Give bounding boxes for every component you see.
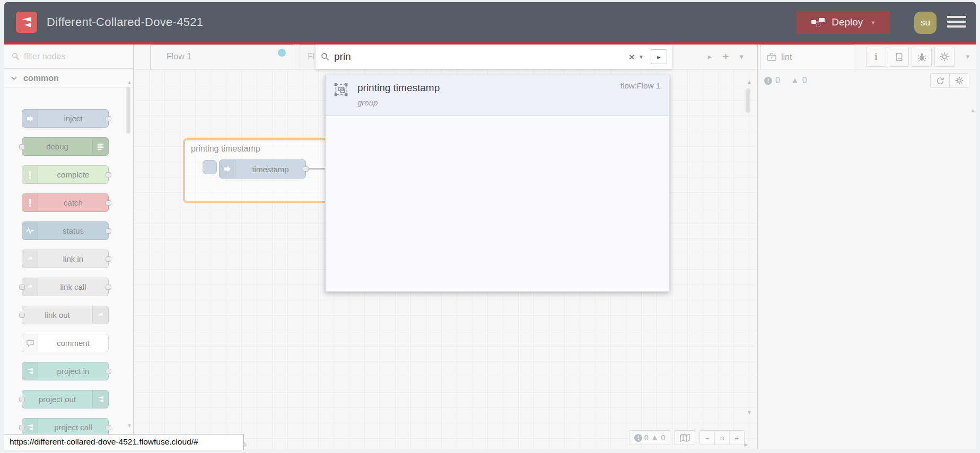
header: Different-Collared-Dove-4521 Deploy ▾ su: [4, 2, 976, 45]
search-result-row[interactable]: printing timestamp group flow:Flow 1: [326, 75, 669, 116]
palette-scroll-up-icon[interactable]: ▴: [128, 78, 131, 86]
sidebar-options-caret[interactable]: ▾: [966, 52, 969, 60]
lint-warning-icon: ▲: [791, 76, 799, 85]
canvas-scroll-down-icon[interactable]: ▾: [748, 408, 751, 416]
search-results-panel: printing timestamp group flow:Flow 1: [325, 75, 669, 292]
palette-node-label: comment: [38, 334, 108, 352]
palette-node-label: project out: [22, 390, 92, 408]
flowfuse-logo-icon: [16, 12, 37, 33]
tab-scroll-right-icon[interactable]: ▸: [708, 52, 712, 61]
deploy-button[interactable]: Deploy ▾: [797, 11, 890, 34]
lint-refresh-button[interactable]: [930, 73, 950, 88]
flow-list-caret[interactable]: ▾: [739, 52, 743, 61]
help-button[interactable]: [889, 47, 909, 67]
lint-scroll-up-icon[interactable]: ▴: [971, 106, 974, 113]
canvas-footer: ! 0 ▲ 0 −: [629, 430, 745, 445]
palette-node-link-out[interactable]: link out: [22, 306, 109, 324]
palette-node-list: injectdebug!complete!catchstatuslink inl…: [4, 88, 133, 437]
add-flow-button[interactable]: +: [722, 50, 729, 63]
filter-nodes-input[interactable]: [24, 52, 109, 61]
project-icon: [22, 362, 38, 380]
palette-node-label: catch: [38, 194, 108, 211]
info-icon: i: [874, 51, 877, 63]
config-button[interactable]: [934, 47, 955, 67]
canvas-vertical-scrollbar[interactable]: [746, 88, 750, 113]
search-options-caret[interactable]: ▾: [640, 53, 643, 60]
result-flow-label: flow:Flow 1: [620, 81, 660, 90]
deploy-options-caret[interactable]: ▾: [871, 19, 875, 26]
inject-node[interactable]: timestamp: [219, 159, 306, 179]
arrow-icon: [22, 110, 38, 127]
input-port: [19, 397, 25, 402]
input-port: [19, 144, 25, 149]
debug-button[interactable]: [912, 47, 932, 67]
sidebar-tab-strip: lint i: [758, 45, 976, 69]
node-red-editor: Different-Collared-Dove-4521 Deploy ▾ su: [0, 0, 980, 453]
comment-icon: [22, 334, 38, 352]
canvas-scroll-right-icon[interactable]: ▸: [744, 440, 748, 448]
search-bar: × ▾ ▸: [316, 45, 672, 69]
map-icon: [680, 434, 690, 442]
chevron-down-icon: [11, 76, 17, 80]
input-port: [19, 313, 25, 318]
unsaved-changes-dot: [278, 49, 286, 57]
palette-node-comment[interactable]: comment: [22, 334, 109, 352]
zoom-out-button[interactable]: −: [700, 431, 714, 445]
palette-node-label: link call: [38, 278, 108, 296]
inject-trigger-button[interactable]: [203, 160, 217, 174]
toolbox-icon: [767, 53, 776, 61]
deploy-label: Deploy: [832, 16, 863, 28]
gear-icon: [940, 52, 949, 61]
sidebar-buttons: i: [866, 47, 955, 67]
palette-node-project-out[interactable]: project out: [22, 390, 109, 408]
user-avatar[interactable]: su: [914, 12, 937, 34]
search-input[interactable]: [334, 51, 624, 63]
pulse-icon: [22, 222, 38, 239]
search-expand-button[interactable]: ▸: [651, 49, 667, 64]
palette-node-label: project in: [38, 362, 108, 380]
list-icon: [92, 138, 108, 155]
canvas-scroll-up-icon[interactable]: ▴: [748, 78, 751, 85]
zoom-reset-button[interactable]: ○: [714, 431, 729, 445]
output-port: [106, 228, 111, 234]
palette-category-label: common: [23, 74, 59, 83]
palette-node-debug[interactable]: debug: [22, 137, 109, 156]
book-icon: [895, 52, 904, 61]
palette-node-link-in[interactable]: link in: [22, 250, 109, 268]
zoom-in-button[interactable]: +: [729, 431, 744, 445]
palette-scrollbar[interactable]: [126, 87, 130, 134]
tab-flow-1[interactable]: Flow 1: [150, 45, 293, 69]
refresh-icon: [936, 76, 944, 85]
lint-toolbar: ! 0 ▲ 0: [758, 69, 976, 92]
palette-node-complete[interactable]: !complete: [22, 165, 109, 184]
output-port: [106, 172, 111, 177]
palette-node-label: complete: [38, 166, 108, 183]
group-icon: [334, 82, 348, 97]
tab-lint[interactable]: lint: [760, 45, 855, 69]
result-type: group: [357, 98, 661, 107]
info-button[interactable]: i: [866, 47, 886, 67]
canvas-notifications-button[interactable]: ! 0 ▲ 0: [629, 431, 670, 445]
palette-node-label: link out: [22, 306, 92, 324]
palette-node-project-in[interactable]: project in: [22, 362, 109, 380]
palette-node-inject[interactable]: inject: [22, 109, 109, 128]
right-sidebar: lint i: [757, 45, 976, 449]
palette-node-status[interactable]: status: [22, 221, 109, 240]
output-port: [106, 200, 111, 206]
sidebar-tab-label: lint: [781, 52, 792, 62]
palette-node-label: link in: [38, 250, 108, 268]
inject-arrow-icon: [220, 160, 235, 178]
clear-search-icon[interactable]: ×: [629, 52, 635, 62]
navigator-button[interactable]: [675, 431, 695, 445]
instance-title: Different-Collared-Dove-4521: [47, 15, 203, 29]
input-port: [19, 285, 25, 290]
output-port[interactable]: [303, 166, 309, 172]
palette-node-catch[interactable]: !catch: [22, 193, 109, 212]
search-popup: × ▾ ▸ printing timestamp group flow:Flow…: [316, 45, 672, 292]
lint-settings-button[interactable]: [950, 73, 969, 88]
palette-category-common[interactable]: common: [4, 69, 133, 88]
palette-scroll-down-icon[interactable]: ▾: [128, 422, 131, 429]
palette-node-link-call[interactable]: link call: [22, 278, 109, 296]
lint-counters: ! 0 ▲ 0: [764, 76, 807, 85]
main-menu-button[interactable]: [947, 16, 966, 30]
